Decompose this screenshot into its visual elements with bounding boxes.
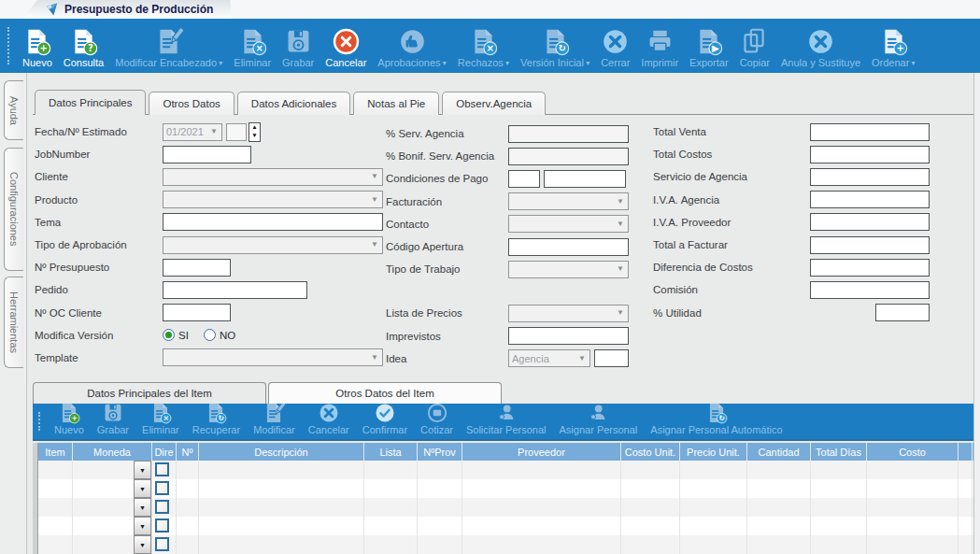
- dire-checkbox[interactable]: [155, 481, 169, 495]
- tab-otros-datos-del-item[interactable]: Otros Datos del Item: [268, 382, 502, 404]
- codigo-apertura-input[interactable]: [508, 238, 629, 256]
- iva-proveedor-input[interactable]: [810, 213, 930, 231]
- utilidad-input[interactable]: [875, 304, 930, 321]
- dire-checkbox[interactable]: [155, 537, 169, 551]
- grabar-button[interactable]: Grabar: [277, 19, 320, 73]
- moneda-dropdown-button[interactable]: ▼: [134, 498, 151, 517]
- item-nuevo-button[interactable]: +Nuevo: [48, 404, 91, 439]
- side-tab-ayuda[interactable]: Ayuda: [4, 80, 23, 140]
- servicio-de-agencia-input[interactable]: [810, 168, 930, 186]
- total-a-facturar-input[interactable]: [810, 236, 930, 254]
- copiar-button[interactable]: Copiar: [734, 19, 775, 73]
- cliente-dropdown[interactable]: ▼: [163, 168, 383, 186]
- iva-agencia-input[interactable]: [810, 191, 930, 208]
- column-header-costo[interactable]: Costo: [867, 443, 959, 461]
- fecha-no-estimado-number-input[interactable]: [226, 123, 247, 141]
- moneda-dropdown-button[interactable]: ▼: [134, 517, 151, 535]
- column-header-no[interactable]: Nº: [177, 443, 199, 461]
- item-grabar-button[interactable]: Grabar: [91, 404, 135, 439]
- column-header-dire[interactable]: Dire: [152, 443, 177, 461]
- cancelar-button[interactable]: Cancelar: [320, 19, 372, 73]
- column-header-item[interactable]: Item: [38, 443, 73, 461]
- serv-agencia-input[interactable]: [508, 125, 629, 143]
- toolbar-grip[interactable]: [7, 27, 12, 64]
- column-header-descripcion[interactable]: Descripción: [199, 443, 364, 461]
- ordenar-button[interactable]: +Ordenar ▾: [866, 19, 921, 73]
- moneda-dropdown-button[interactable]: ▼: [134, 535, 151, 554]
- idea-input[interactable]: [594, 349, 629, 367]
- idea-combo[interactable]: Agencia▼: [508, 349, 590, 367]
- modificar-encabezado-button[interactable]: Modificar Encabezado ▾: [109, 19, 228, 73]
- imprimir-button[interactable]: Imprimir: [635, 19, 684, 73]
- column-header-precio-unit[interactable]: Precio Unit.: [680, 443, 747, 461]
- tab-observ-agencia[interactable]: Observ.Agencia: [442, 92, 546, 115]
- window-tab[interactable]: Presupuesto de Producción: [22, 0, 232, 19]
- no-presupuesto-input[interactable]: [163, 259, 231, 277]
- asignar-personal-automatico-button[interactable]: ↻Asignar Personal Automático: [644, 404, 788, 439]
- tab-otros-datos[interactable]: Otros Datos: [149, 92, 234, 115]
- condiciones-de-pago-input-1[interactable]: [508, 170, 540, 188]
- template-dropdown[interactable]: ▼: [163, 348, 383, 366]
- modifica-version-radio-no[interactable]: NO: [204, 329, 235, 341]
- item-recuperar-button[interactable]: ↻Recuperar: [186, 404, 247, 439]
- version-inicial-button[interactable]: ↻Versión Inicial ▾: [515, 19, 595, 73]
- tab-datos-adicionales[interactable]: Datos Adicionales: [237, 92, 350, 115]
- nuevo-button[interactable]: +Nuevo: [17, 19, 58, 73]
- tipo-de-trabajo-dropdown[interactable]: ▼: [508, 261, 629, 278]
- pedido-input[interactable]: [163, 281, 307, 299]
- side-tab-herramientas[interactable]: Herramientas: [4, 277, 23, 368]
- eliminar-button[interactable]: ×Eliminar: [228, 19, 277, 73]
- column-header-total-dias[interactable]: Total Días: [811, 443, 867, 461]
- contacto-dropdown[interactable]: ▼: [508, 215, 629, 233]
- column-header-costo-unit[interactable]: Costo Unit.: [621, 443, 680, 461]
- rechazos-button[interactable]: ×Rechazos ▾: [452, 19, 515, 73]
- column-header-noprov[interactable]: NºProv: [418, 443, 462, 461]
- tab-datos-principales-del-item[interactable]: Datos Principales del Item: [33, 382, 266, 404]
- comision-input[interactable]: [810, 281, 930, 299]
- item-confirmar-button[interactable]: Confirmar: [356, 404, 414, 439]
- fecha-no-estimado-month-combo[interactable]: 01/2021▼: [163, 123, 222, 141]
- column-header-lista[interactable]: Lista: [364, 443, 418, 461]
- dire-checkbox[interactable]: [155, 500, 169, 514]
- condiciones-de-pago-input-2[interactable]: [544, 170, 626, 188]
- column-header-cantidad[interactable]: Cantidad: [747, 443, 811, 461]
- total-costos-input[interactable]: [810, 146, 930, 163]
- moneda-dropdown-button[interactable]: ▼: [134, 479, 151, 498]
- spin-down-icon[interactable]: ▼: [249, 132, 260, 141]
- total-venta-input[interactable]: [810, 123, 930, 141]
- moneda-dropdown-button[interactable]: ▼: [134, 461, 151, 479]
- side-tab-configuraciones[interactable]: Configuraciones: [4, 148, 23, 271]
- dire-checkbox[interactable]: [155, 518, 169, 533]
- tipo-de-aprobacion-dropdown[interactable]: ▼: [163, 236, 383, 254]
- modifica-version-radio-si[interactable]: SI: [163, 329, 189, 341]
- item-modificar-button[interactable]: Modificar: [247, 404, 302, 439]
- item-eliminar-button[interactable]: ×Eliminar: [135, 404, 186, 439]
- solicitar-personal-button[interactable]: Solicitar Personal: [460, 404, 553, 439]
- spin-up-icon[interactable]: ▲: [249, 123, 260, 133]
- exportar-button[interactable]: ▶Exportar: [684, 19, 734, 73]
- producto-dropdown[interactable]: ▼: [163, 191, 383, 208]
- column-header-proveedor[interactable]: Proveedor: [462, 443, 621, 461]
- item-cotizar-button[interactable]: Cotizar: [414, 404, 460, 439]
- asignar-personal-button[interactable]: Asignar Personal: [553, 404, 645, 439]
- imprevistos-input[interactable]: [508, 327, 629, 345]
- tab-notas-al-pie[interactable]: Notas al Pie: [353, 92, 439, 115]
- dire-checkbox[interactable]: [155, 462, 169, 476]
- no-oc-cliente-input[interactable]: [163, 304, 231, 321]
- anula-y-sustituye-button[interactable]: Anula y Sustituye: [775, 19, 866, 73]
- column-header-moneda[interactable]: Moneda: [73, 443, 152, 461]
- toolbar-grip[interactable]: [38, 412, 43, 431]
- item-cancelar-button[interactable]: Cancelar: [302, 404, 356, 439]
- bonif-serv-agencia-input[interactable]: [508, 148, 629, 165]
- diferencia-de-costos-input[interactable]: [810, 259, 930, 277]
- fecha-no-estimado-spinner[interactable]: ▲▼: [249, 122, 261, 142]
- tab-datos-principales[interactable]: Datos Principales: [35, 90, 146, 115]
- jobnumber-input[interactable]: [163, 146, 251, 163]
- tema-input[interactable]: [163, 213, 383, 231]
- consulta-button[interactable]: ?Consulta: [58, 19, 109, 73]
- column-header-extra[interactable]: [959, 443, 973, 461]
- cerrar-button[interactable]: Cerrar: [595, 19, 635, 73]
- lista-de-precios-dropdown[interactable]: ▼: [508, 305, 629, 322]
- aprobaciones-button[interactable]: Aprobaciones ▾: [372, 19, 452, 73]
- facturacion-dropdown[interactable]: ▼: [508, 192, 629, 210]
